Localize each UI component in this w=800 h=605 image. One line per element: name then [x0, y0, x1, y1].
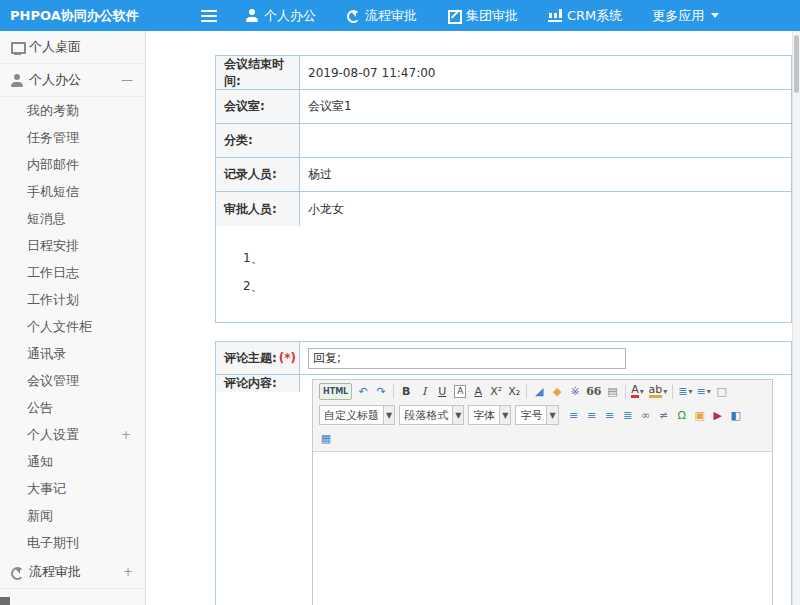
- sidebar-item-work-log[interactable]: 工作日志: [0, 259, 145, 286]
- font-border-icon[interactable]: A▾: [470, 382, 486, 401]
- sidebar-item-label: 手机短信: [27, 183, 79, 201]
- toolbar-separator: ▾: [393, 384, 394, 399]
- nav-label: 个人办公: [264, 7, 316, 25]
- sidebar-item-label: 会议管理: [27, 372, 79, 390]
- align-right-icon[interactable]: ≡▾: [602, 406, 618, 425]
- sidebar-item-contacts[interactable]: 通讯录: [0, 340, 145, 367]
- hamburger-icon: [201, 10, 217, 22]
- paragraph-format-select[interactable]: 段落格式▼: [399, 405, 464, 425]
- font-family-select[interactable]: 字体▼: [468, 405, 511, 425]
- html-source-button[interactable]: HTML▾: [318, 382, 353, 401]
- toolbar-separator: ▾: [625, 384, 626, 399]
- sidebar-item-label: 任务管理: [27, 129, 79, 147]
- sidebar-item-schedule[interactable]: 日程安排: [0, 232, 145, 259]
- nav-more-apps[interactable]: 更多应用: [652, 7, 719, 25]
- redo-icon[interactable]: ↷▾: [373, 382, 389, 401]
- meeting-field-rows: 会议结束时间: 2019-08-07 11:47:00 会议室: 会议室1 分类…: [216, 56, 791, 226]
- nav-personal-office[interactable]: 个人办公: [245, 7, 316, 25]
- expand-icon[interactable]: +: [123, 565, 133, 579]
- italic-icon[interactable]: I▾: [416, 382, 432, 401]
- workflow-icon: [10, 566, 24, 579]
- table-icon[interactable]: ▦▾: [318, 429, 334, 448]
- sidebar-item-label: 新闻: [27, 507, 53, 525]
- font-background-icon[interactable]: A▾: [452, 382, 468, 401]
- sidebar-item-workflow-approval[interactable]: 流程审批 +: [0, 556, 145, 589]
- save-icon[interactable]: ◧▾: [728, 406, 744, 425]
- sidebar-item-personal-settings[interactable]: 个人设置 +: [0, 421, 145, 448]
- editor-toolbar-row3: ▦▾: [313, 427, 772, 452]
- nav-label: 流程审批: [365, 7, 417, 25]
- justify-icon[interactable]: ≣▾: [620, 406, 636, 425]
- sidebar-item-label: 我的考勤: [27, 102, 79, 120]
- align-center-icon[interactable]: ≡▾: [584, 406, 600, 425]
- person-icon: [245, 9, 259, 22]
- superscript-icon[interactable]: X²▾: [488, 382, 504, 401]
- field-value: [300, 124, 791, 157]
- comment-subject-input[interactable]: [308, 348, 626, 369]
- new-document-icon[interactable]: □▾: [714, 382, 730, 401]
- auto-clean-icon[interactable]: ※▾: [567, 382, 583, 401]
- unlink-icon[interactable]: ≠▾: [656, 406, 672, 425]
- sidebar-item-tasks[interactable]: 任务管理: [0, 124, 145, 151]
- required-marker: (*): [279, 351, 296, 365]
- pagebreak-icon[interactable]: ▤▾: [605, 382, 621, 401]
- font-color-icon[interactable]: A▾: [630, 382, 646, 401]
- sidebar-item-label: 短消息: [27, 210, 66, 228]
- sidebar-item-announcements[interactable]: 公告: [0, 394, 145, 421]
- flow-icon: [346, 9, 360, 22]
- expand-icon[interactable]: +: [121, 428, 131, 442]
- nav-group-approval[interactable]: 集团审批: [447, 7, 518, 25]
- sidebar-item-notifications[interactable]: 通知: [0, 448, 145, 475]
- field-label: 会议结束时间:: [216, 56, 300, 89]
- dropdown-arrow-icon: ▾: [640, 387, 644, 396]
- vertical-scrollbar[interactable]: [792, 31, 800, 605]
- heading-select[interactable]: 自定义标题▼: [319, 405, 395, 425]
- bullet-list-icon[interactable]: ≡▾: [696, 382, 712, 401]
- eraser-icon[interactable]: ◢▾: [531, 382, 547, 401]
- collapse-icon[interactable]: —: [121, 73, 133, 87]
- field-value: 会议室1: [300, 90, 791, 123]
- sidebar-item-file-cabinet[interactable]: 个人文件柜: [0, 313, 145, 340]
- sidebar-item-short-message[interactable]: 短消息: [0, 205, 145, 232]
- editor-select-group: 自定义标题▼ 段落格式▼ 字体▼ 字号▼: [317, 405, 561, 425]
- sidebar-item-personal-office[interactable]: 个人办公 —: [0, 64, 145, 97]
- anchor-icon[interactable]: Ω▾: [674, 406, 690, 425]
- bold-icon[interactable]: B▾: [398, 382, 414, 401]
- link-icon[interactable]: ∞▾: [638, 406, 654, 425]
- sidebar-item-sms[interactable]: 手机短信: [0, 178, 145, 205]
- subscript-icon[interactable]: X₂▾: [506, 382, 522, 401]
- underline-icon[interactable]: U▾: [434, 382, 450, 401]
- sidebar-item-internal-mail[interactable]: 内部邮件: [0, 151, 145, 178]
- nav-crm-system[interactable]: CRM系统: [548, 7, 622, 25]
- blockquote-icon[interactable]: 66▾: [585, 382, 602, 401]
- media-icon[interactable]: ▶▾: [710, 406, 726, 425]
- comment-content-value: HTML▾ ↶▾ ↷▾ ▾ B▾ I▾: [300, 375, 791, 605]
- format-painter-icon[interactable]: ◆▾: [549, 382, 565, 401]
- menu-toggle-button[interactable]: [201, 7, 217, 25]
- comment-content-label: 评论内容:: [216, 375, 300, 392]
- image-icon[interactable]: ▣▾: [692, 406, 708, 425]
- undo-icon[interactable]: ↶▾: [355, 382, 371, 401]
- field-label: 分类:: [216, 124, 300, 157]
- dropdown-arrow-icon: ▼: [499, 406, 510, 424]
- top-nav: 个人办公 流程审批 集团审批 CRM系统: [245, 7, 749, 25]
- sidebar-item-news[interactable]: 新闻: [0, 502, 145, 529]
- app-logo[interactable]: PHPOA协同办公软件: [0, 7, 146, 25]
- table-row: 分类:: [216, 124, 791, 158]
- numbered-list-icon[interactable]: ≣▾: [677, 382, 693, 401]
- scrollbar-thumb[interactable]: [794, 35, 799, 93]
- sidebar-item-attendance[interactable]: 我的考勤: [0, 97, 145, 124]
- sidebar-item-work-plan[interactable]: 工作计划: [0, 286, 145, 313]
- align-left-icon[interactable]: ≡▾: [566, 406, 582, 425]
- nav-workflow-approval[interactable]: 流程审批: [346, 7, 417, 25]
- sidebar-item-e-journal[interactable]: 电子期刊: [0, 529, 145, 556]
- sidebar-item-major-events[interactable]: 大事记: [0, 475, 145, 502]
- font-size-select[interactable]: 字号▼: [515, 405, 558, 425]
- highlight-color-icon[interactable]: ab▾: [648, 382, 669, 401]
- sidebar-item-personal-desktop[interactable]: 个人桌面: [0, 31, 145, 64]
- table-row: 审批人员: 小龙女: [216, 192, 791, 226]
- table-row: 记录人员: 杨过: [216, 158, 791, 192]
- sidebar-item-meeting-management[interactable]: 会议管理: [0, 367, 145, 394]
- sidebar-section-label: 个人桌面: [29, 38, 81, 56]
- editor-content-area[interactable]: [313, 452, 772, 605]
